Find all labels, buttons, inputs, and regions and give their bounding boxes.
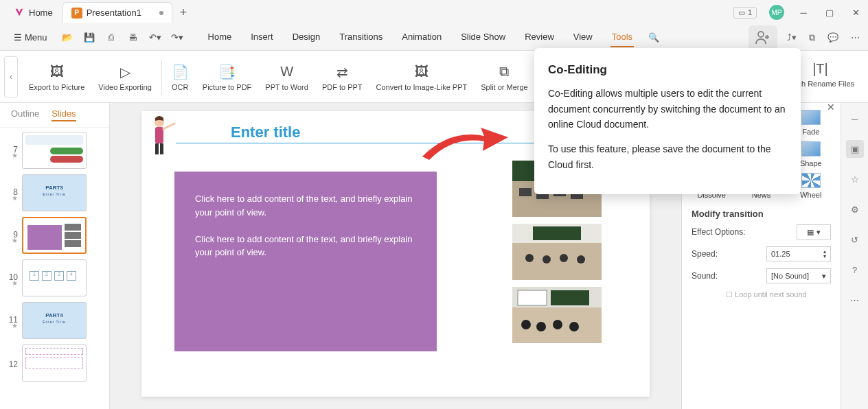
svg-point-17 — [577, 255, 585, 264]
thumbnail-11[interactable]: PART4Enter Title — [22, 302, 87, 339]
svg-rect-3 — [155, 143, 159, 154]
thumbnail-12[interactable] — [22, 344, 87, 382]
more-icon[interactable]: ⋯ — [851, 32, 860, 43]
close-panel-button[interactable]: ✕ — [827, 102, 835, 113]
video-exporting-button[interactable]: ▷Video Exporting — [91, 60, 158, 94]
tooltip-paragraph-1: Co-Editing allows multiple users to edit… — [548, 86, 787, 132]
slide-image-2[interactable] — [512, 224, 602, 280]
modify-transition-label: Modify transition — [692, 209, 831, 219]
sound-dropdown[interactable]: [No Sound]▾ — [766, 268, 831, 283]
svg-point-23 — [536, 322, 546, 331]
ocr-button[interactable]: 📄OCR — [165, 60, 196, 94]
menu-view[interactable]: View — [572, 27, 594, 47]
svg-point-24 — [553, 320, 562, 329]
ribbon-scroll-left[interactable]: ‹ — [4, 56, 18, 97]
svg-point-22 — [521, 320, 531, 329]
tooltip-paragraph-2: To use this feature, please save the doc… — [548, 141, 787, 172]
tooltip-title: Co-Editing — [548, 60, 787, 79]
menu-transitions[interactable]: Transitions — [338, 27, 384, 47]
thumbnail-8[interactable]: PART3Enter Title — [22, 174, 87, 211]
split-icon: ⧉ — [499, 62, 509, 82]
home-tab[interactable]: Home — [5, 2, 61, 23]
svg-rect-7 — [519, 188, 532, 196]
ppt-to-word-button[interactable]: WPPT to Word — [258, 60, 315, 94]
document-tab-label: Presentation1 — [87, 8, 141, 18]
document-tab[interactable]: P Presentation1 — [62, 2, 172, 23]
collapse-icon[interactable]: ─ — [846, 110, 864, 128]
unsaved-dot-icon — [159, 11, 163, 15]
minimize-button[interactable]: ─ — [797, 5, 810, 19]
print-icon[interactable]: 🖶 — [126, 30, 141, 45]
close-button[interactable]: ✕ — [849, 5, 863, 19]
svg-point-25 — [569, 322, 579, 331]
redo-icon[interactable]: ↷▾ — [170, 30, 185, 45]
slides-tab[interactable]: Slides — [52, 108, 76, 121]
menu-review[interactable]: Review — [523, 27, 556, 47]
menu-animation[interactable]: Animation — [400, 27, 443, 47]
effect-options-dropdown[interactable]: ▦ ▾ — [797, 224, 831, 239]
open-icon[interactable]: 📂 — [60, 30, 75, 45]
loop-checkbox[interactable]: ☐ — [726, 290, 733, 299]
menu-slideshow[interactable]: Slide Show — [459, 27, 507, 47]
history-icon[interactable]: ↺ — [846, 231, 864, 248]
wps-logo-icon — [14, 7, 25, 18]
picture-to-pdf-button[interactable]: 📑Picture to PDF — [196, 60, 259, 94]
svg-point-14 — [525, 254, 534, 262]
co-editing-tooltip: Co-Editing Co-Editing allows multiple us… — [534, 48, 801, 194]
menu-insert[interactable]: Insert — [249, 27, 275, 47]
thumbnails-list: 7★ 8★PART3Enter Title 9★ 10★1234 11★PART… — [0, 128, 109, 391]
svg-rect-4 — [160, 143, 163, 154]
new-tab-button[interactable]: + — [174, 3, 193, 22]
outline-tab[interactable]: Outline — [11, 108, 39, 121]
slide-title[interactable]: Enter title — [231, 124, 300, 141]
screenshot-icon[interactable]: ⧉ — [809, 32, 815, 43]
svg-rect-2 — [155, 127, 163, 143]
co-editing-button[interactable] — [749, 25, 777, 50]
presentation-icon: P — [71, 8, 82, 19]
pdf-to-ppt-button[interactable]: ⇄PDF to PPT — [315, 60, 369, 94]
menu-design[interactable]: Design — [291, 27, 321, 47]
chat-icon[interactable]: 💬 — [827, 32, 838, 43]
favorites-icon[interactable]: ☆ — [846, 170, 864, 188]
teacher-clipart-icon — [148, 115, 176, 156]
export-to-picture-button[interactable]: 🖼Export to Picture — [22, 60, 91, 94]
menu-tools[interactable]: Tools — [610, 27, 634, 47]
svg-rect-19 — [518, 290, 547, 305]
effect-options-label: Effect Options: — [692, 227, 746, 237]
person-plus-icon — [754, 30, 772, 46]
convert-image-ppt-button[interactable]: 🖼Convert to Image-Like PPT — [369, 60, 475, 94]
user-avatar[interactable]: MP — [769, 5, 784, 20]
svg-point-0 — [758, 32, 764, 37]
save-icon[interactable]: 💾 — [82, 30, 97, 45]
menu-button[interactable]: ☰ Menu — [8, 30, 53, 45]
convert-icon: ⇄ — [336, 62, 348, 82]
right-sidebar: ─ ▣ ☆ ⚙ ↺ ? ⋯ — [841, 103, 868, 409]
speed-input[interactable]: 01.25▴▾ — [766, 246, 831, 261]
settings-icon[interactable]: ⚙ — [846, 200, 864, 218]
thumbnail-7[interactable] — [22, 132, 87, 169]
svg-rect-20 — [551, 290, 589, 305]
title-bar: Home P Presentation1 + ▭ 1 MP ─ ▢ ✕ — [0, 0, 868, 25]
export-icon[interactable]: ⎙ — [104, 30, 119, 45]
svg-point-16 — [560, 254, 568, 262]
ocr-icon: 📄 — [172, 62, 189, 82]
menu-home[interactable]: Home — [207, 27, 233, 47]
share-icon[interactable]: ⤴▾ — [787, 32, 797, 43]
undo-icon[interactable]: ↶▾ — [148, 30, 163, 45]
help-icon[interactable]: ? — [846, 261, 864, 279]
callout-arrow-icon — [415, 122, 512, 163]
transitions-sidebar-icon[interactable]: ▣ — [846, 140, 864, 158]
thumbnail-9[interactable] — [22, 217, 87, 254]
slide-image-3[interactable] — [512, 287, 602, 343]
slide-panel: Outline Slides 7★ 8★PART3Enter Title 9★ … — [0, 103, 110, 409]
rename-icon: |T| — [812, 59, 828, 78]
page-indicator[interactable]: ▭ 1 — [733, 7, 757, 19]
thumbnail-10[interactable]: 1234 — [22, 259, 87, 296]
sound-label: Sound: — [692, 271, 718, 281]
maximize-button[interactable]: ▢ — [823, 5, 836, 19]
search-icon[interactable]: 🔍 — [646, 30, 661, 45]
more-sidebar-icon[interactable]: ⋯ — [846, 291, 864, 309]
content-placeholder[interactable]: Click here to add content of the text, a… — [174, 172, 437, 351]
split-merge-button[interactable]: ⧉Split or Merge — [474, 60, 534, 94]
pdf-icon: 📑 — [218, 62, 236, 82]
